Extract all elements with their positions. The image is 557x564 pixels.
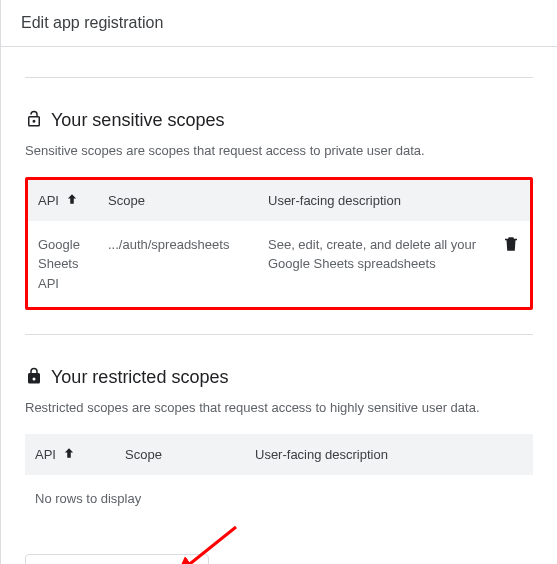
sensitive-scopes-title: Your sensitive scopes	[51, 110, 224, 131]
restricted-scopes-table: API Scope User-facing description No row…	[25, 434, 533, 523]
sensitive-scopes-description: Sensitive scopes are scopes that request…	[25, 141, 533, 161]
restricted-scopes-section: Your restricted scopes Restricted scopes…	[1, 367, 557, 546]
divider	[25, 77, 533, 78]
empty-row: No rows to display	[25, 475, 533, 523]
divider	[25, 334, 533, 335]
restricted-scopes-title: Your restricted scopes	[51, 367, 228, 388]
lock-icon	[25, 367, 43, 388]
save-and-continue-button[interactable]: SAVE AND CONTINUE	[25, 554, 209, 564]
arrow-up-icon	[65, 192, 79, 209]
column-header-description[interactable]: User-facing description	[258, 180, 492, 221]
page-title: Edit app registration	[21, 14, 537, 32]
empty-message: No rows to display	[25, 475, 533, 523]
restricted-scopes-description: Restricted scopes are scopes that reques…	[25, 398, 533, 418]
delete-scope-button[interactable]	[502, 235, 520, 256]
cell-scope: .../auth/spreadsheets	[98, 221, 258, 308]
table-row: Google Sheets API .../auth/spreadsheets …	[28, 221, 530, 308]
column-header-description[interactable]: User-facing description	[245, 434, 533, 475]
cancel-button[interactable]: CANCEL	[219, 554, 311, 564]
action-row: SAVE AND CONTINUE CANCEL	[1, 546, 557, 564]
cell-description: See, edit, create, and delete all your G…	[258, 221, 492, 308]
column-header-scope[interactable]: Scope	[98, 180, 258, 221]
column-header-api[interactable]: API	[25, 434, 115, 475]
column-header-api[interactable]: API	[28, 180, 98, 221]
column-header-scope[interactable]: Scope	[115, 434, 245, 475]
arrow-up-icon	[62, 446, 76, 463]
lock-open-icon	[25, 110, 43, 131]
cell-api: Google Sheets API	[28, 221, 98, 308]
trash-icon	[502, 235, 520, 256]
page-header: Edit app registration	[1, 0, 557, 47]
sensitive-scopes-section: Your sensitive scopes Sensitive scopes a…	[1, 110, 557, 334]
sensitive-scopes-table: API Scope User-facing description	[25, 177, 533, 311]
